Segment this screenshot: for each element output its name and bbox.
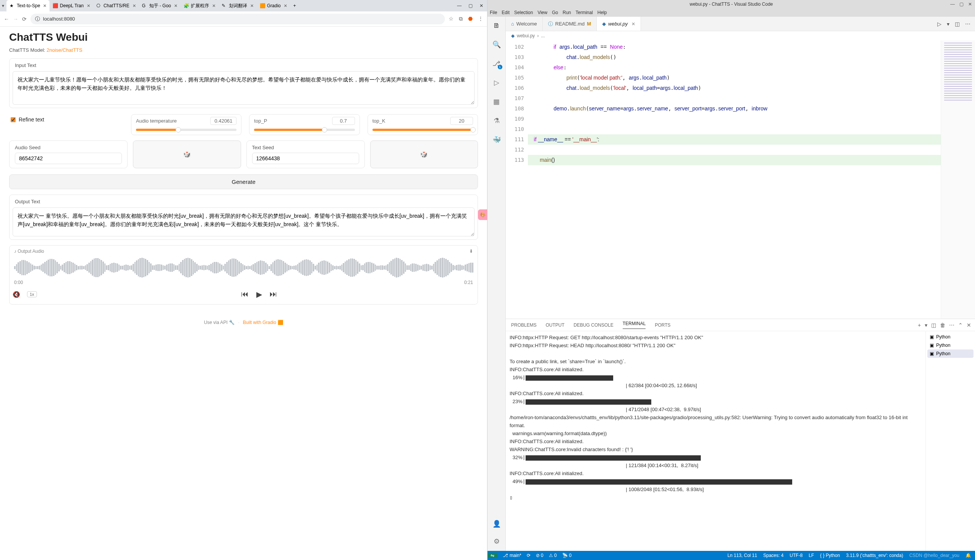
close-icon[interactable]: ✕ — [174, 3, 177, 8]
tab-dropdown-icon[interactable]: ▾ — [2, 3, 4, 8]
maximize-panel-icon[interactable]: ⌃ — [958, 322, 963, 328]
tab-chattts[interactable]: ⎔ChatTTS/RE✕ — [93, 0, 139, 12]
extensions-icon[interactable]: ⧉ — [459, 16, 463, 22]
output-textarea[interactable]: 祝大家六一 童节快乐。愿每一个小朋友和大朋友都能享受快乐的时光[uv_break… — [13, 207, 474, 237]
ports-indicator[interactable]: 📡 0 — [562, 553, 572, 558]
close-icon[interactable]: ✕ — [212, 3, 215, 8]
extensions-icon[interactable]: ▦ — [492, 97, 502, 107]
notifications-icon[interactable]: 🔔 — [965, 553, 971, 558]
tab-webui[interactable]: ◆webui.py✕ — [597, 17, 641, 31]
menu-file[interactable]: File — [490, 10, 497, 15]
terminal-item[interactable]: ▣ Python — [927, 333, 973, 341]
minimap[interactable] — [941, 40, 975, 318]
code-editor[interactable]: if args.local_path == None: chat.load_mo… — [528, 40, 941, 318]
settings-gear-icon[interactable]: ⚙ — [492, 537, 502, 546]
next-icon[interactable]: ⏭ — [270, 290, 277, 299]
audio-temperature-slider[interactable]: Audio temperature0.42061 — [131, 114, 242, 135]
close-icon[interactable]: ✕ — [631, 21, 635, 27]
terminal-output[interactable]: INFO:httpx:HTTP Request: GET http://loca… — [506, 331, 925, 551]
terminal-item[interactable]: ▣ Python — [927, 350, 973, 358]
warnings-count[interactable]: ⚠ 0 — [549, 553, 557, 558]
tab-terminal[interactable]: TERMINAL — [623, 321, 646, 329]
close-icon[interactable]: ✕ — [284, 3, 287, 8]
minimize-icon[interactable]: — — [950, 2, 955, 7]
menu-help[interactable]: Help — [598, 10, 607, 15]
playback-rate[interactable]: 1x — [27, 291, 37, 297]
model-link[interactable]: 2noise/ChatTTS — [47, 47, 82, 53]
menu-go[interactable]: Go — [552, 10, 558, 15]
kill-terminal-icon[interactable]: 🗑 — [940, 322, 945, 328]
refine-checkbox-input[interactable] — [11, 117, 16, 122]
site-info-icon[interactable]: ⓘ — [35, 16, 40, 22]
cursor-position[interactable]: Ln 113, Col 11 — [728, 553, 757, 558]
source-control-icon[interactable]: ⎇1 — [492, 58, 502, 68]
brave-icon[interactable]: ⬣ — [468, 16, 472, 22]
new-tab-button[interactable]: + — [290, 3, 299, 8]
eol-indicator[interactable]: LF — [808, 553, 814, 558]
refine-text-checkbox[interactable]: Refine text — [9, 114, 124, 125]
tab-text-to-speech[interactable]: ★Text-to-Spe✕ — [7, 0, 50, 12]
run-debug-icon[interactable]: ▷ — [492, 78, 502, 88]
close-icon[interactable]: ✕ — [43, 3, 47, 8]
back-icon[interactable]: ← — [4, 16, 9, 22]
maximize-icon[interactable]: ▢ — [959, 2, 963, 7]
tab-zhihu[interactable]: G知乎 - Goo✕ — [139, 0, 180, 12]
testing-icon[interactable]: ⚗ — [492, 116, 502, 126]
sync-icon[interactable]: ⟳ — [527, 553, 531, 558]
text-seed-randomize-button[interactable]: 🎲 — [370, 140, 478, 168]
reload-icon[interactable]: ⟳ — [22, 16, 27, 22]
tab-problems[interactable]: PROBLEMS — [511, 322, 537, 328]
menu-edit[interactable]: Edit — [502, 10, 509, 15]
explorer-icon[interactable]: 🗎 — [492, 20, 502, 30]
close-icon[interactable]: ✕ — [250, 3, 254, 8]
tab-deepl[interactable]: 🟥DeepL Tran✕ — [50, 0, 93, 12]
text-seed-input[interactable] — [252, 153, 359, 164]
tab-extensions[interactable]: 🧩扩展程序✕ — [180, 0, 219, 12]
tab-dict[interactable]: ✎划词翻译✕ — [219, 0, 257, 12]
input-textarea[interactable]: 祝大家六一儿童节快乐！愿每一个小朋友和大朋友都能享受快乐的时光，拥有无限的好奇心… — [13, 71, 474, 105]
run-file-icon[interactable]: ▷ — [937, 21, 942, 27]
tab-debug-console[interactable]: DEBUG CONSOLE — [574, 322, 614, 328]
built-with-gradio[interactable]: Built with Gradio 🟧 — [243, 320, 283, 325]
split-editor-icon[interactable]: ◫ — [955, 21, 960, 27]
close-window-icon[interactable]: ✕ — [479, 3, 483, 8]
new-terminal-icon[interactable]: + — [918, 322, 921, 328]
split-terminal-icon[interactable]: ◫ — [931, 322, 936, 328]
tab-ports[interactable]: PORTS — [655, 322, 670, 328]
use-via-api-link[interactable]: Use via API 🔧 — [204, 320, 234, 325]
minimize-icon[interactable]: — — [457, 3, 462, 8]
menu-view[interactable]: View — [538, 10, 547, 15]
remote-indicator[interactable]: ⇋ — [488, 553, 498, 558]
close-panel-icon[interactable]: ✕ — [967, 322, 971, 328]
encoding-indicator[interactable]: UTF-8 — [790, 553, 803, 558]
close-window-icon[interactable]: ✕ — [968, 2, 972, 7]
maximize-icon[interactable]: ▢ — [469, 3, 472, 8]
breadcrumb[interactable]: ◆ webui.py › ... — [506, 31, 975, 40]
python-env[interactable]: 3.11.9 ('chattts_env': conda) — [846, 553, 903, 558]
audio-seed-randomize-button[interactable]: 🎲 — [133, 140, 241, 168]
url-field[interactable]: ⓘ localhost:8080 — [30, 14, 445, 24]
top-k-slider[interactable]: top_K20 — [367, 114, 478, 135]
menu-selection[interactable]: Selection — [514, 10, 533, 15]
language-mode[interactable]: { } Python — [820, 553, 840, 558]
play-icon[interactable]: ▶ — [256, 290, 262, 299]
more-icon[interactable]: ⋯ — [949, 322, 955, 328]
terminal-dropdown-icon[interactable]: ▾ — [925, 322, 927, 328]
branch-indicator[interactable]: ⎇ main* — [503, 553, 521, 558]
menu-terminal[interactable]: Terminal — [576, 10, 593, 15]
tab-output[interactable]: OUTPUT — [546, 322, 564, 328]
terminal-item[interactable]: ▣ Python — [927, 341, 973, 350]
download-audio-icon[interactable]: ⬇ — [469, 248, 473, 254]
generate-button[interactable]: Generate — [9, 174, 478, 189]
waveform[interactable] — [13, 256, 474, 279]
account-icon[interactable]: 👤 — [492, 519, 502, 529]
indent-indicator[interactable]: Spaces: 4 — [763, 553, 783, 558]
more-actions-icon[interactable]: ⋯ — [965, 21, 970, 27]
favorite-icon[interactable]: ☆ — [449, 16, 454, 22]
menu-run[interactable]: Run — [563, 10, 571, 15]
top-p-slider[interactable]: top_P0.7 — [249, 114, 359, 135]
prev-icon[interactable]: ⏮ — [241, 290, 249, 299]
tab-welcome[interactable]: ⌂Welcome — [506, 17, 543, 31]
menu-icon[interactable]: ⋮ — [478, 16, 483, 22]
tab-gradio[interactable]: 🟧Gradio✕ — [257, 0, 290, 12]
